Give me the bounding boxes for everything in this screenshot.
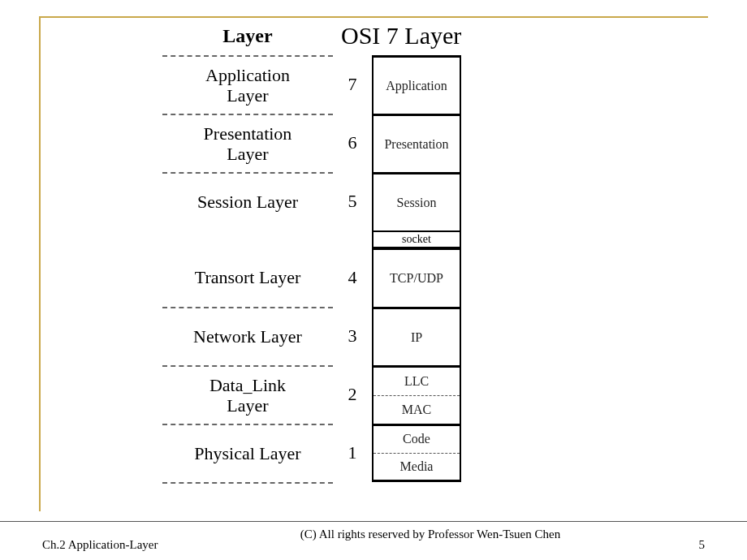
box-session: Session [372, 172, 461, 230]
row-3: Network Layer 3 IP [162, 307, 552, 365]
layer-physical: Physical Layer [162, 424, 333, 482]
row-1: Physical Layer 1 Code Media [162, 424, 552, 482]
box-datalink: LLC MAC [372, 365, 461, 424]
row-socket: socket [162, 230, 552, 248]
diagram-headers: Layer OSI 7 Layer [162, 16, 552, 55]
box-presentation: Presentation [372, 114, 461, 172]
row-4: Transort Layer 4 TCP/UDP [162, 248, 552, 307]
layer-network: Network Layer [162, 307, 333, 365]
footer-copyright: (C) All rights reserved by Professor Wen… [211, 527, 650, 542]
layer-transport: Transort Layer [162, 248, 333, 307]
layer-presentation: Presentation Layer [162, 114, 333, 172]
num-1: 1 [333, 424, 372, 482]
box-socket: socket [372, 230, 461, 248]
box-physical: Code Media [372, 424, 461, 482]
diagram: Layer OSI 7 Layer Application Layer 7 Ap… [162, 16, 552, 484]
bottom-dash [162, 482, 333, 484]
num-2: 2 [333, 365, 372, 424]
layer-session: Session Layer [162, 172, 333, 230]
box-application: Application [372, 55, 461, 114]
layer-datalink: Data_Link Layer [162, 365, 333, 424]
layer-application: Application Layer [162, 55, 333, 114]
num-3: 3 [333, 307, 372, 365]
header-layer: Layer [162, 25, 333, 47]
num-5: 5 [333, 172, 372, 230]
row-2: Data_Link Layer 2 LLC MAC [162, 365, 552, 424]
num-6: 6 [333, 114, 372, 172]
box-network: IP [372, 307, 461, 365]
footer-chapter: Ch.2 Application-Layer [0, 527, 211, 552]
footer: Ch.2 Application-Layer (C) All rights re… [0, 521, 747, 552]
box-transport: TCP/UDP [372, 248, 461, 307]
num-7: 7 [333, 55, 372, 114]
row-6: Presentation Layer 6 Presentation [162, 114, 552, 172]
num-4: 4 [333, 248, 372, 307]
row-7: Application Layer 7 Application [162, 55, 552, 114]
footer-page: 5 [650, 527, 747, 552]
header-osi: OSI 7 Layer [333, 22, 552, 50]
row-5: Session Layer 5 Session [162, 172, 552, 230]
